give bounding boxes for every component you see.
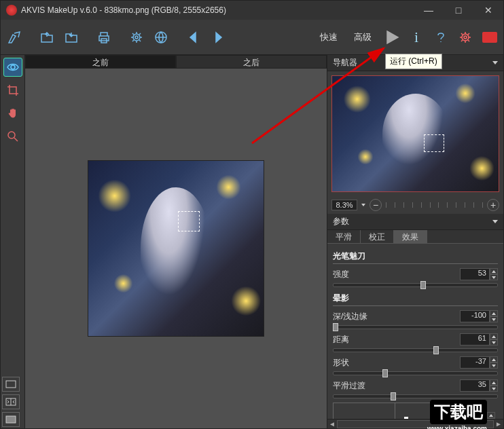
minimize-button[interactable]: — bbox=[414, 1, 444, 20]
undo-button[interactable] bbox=[183, 26, 204, 48]
mode-advanced[interactable]: 高级 bbox=[347, 26, 378, 48]
selection-marquee[interactable] bbox=[178, 211, 200, 231]
tab-correct[interactable]: 校正 bbox=[361, 230, 394, 243]
app-logo-icon bbox=[6, 5, 17, 16]
params-header[interactable]: 参数 bbox=[327, 214, 503, 230]
slider-darkedges[interactable] bbox=[333, 325, 498, 329]
spinner[interactable] bbox=[490, 268, 498, 280]
tab-effect[interactable]: 效果 bbox=[394, 230, 427, 243]
view-mode-buttons bbox=[2, 377, 20, 427]
spinner[interactable] bbox=[487, 412, 495, 419]
tab-smooth[interactable]: 平滑 bbox=[327, 230, 361, 243]
zoom-slider[interactable] bbox=[386, 201, 483, 209]
param-label: 深/浅边缘 bbox=[333, 311, 367, 322]
tab-after[interactable]: 之后 bbox=[176, 55, 327, 69]
share-button[interactable] bbox=[150, 26, 172, 48]
canvas[interactable] bbox=[25, 69, 327, 428]
zoom-tool[interactable] bbox=[3, 127, 22, 146]
svg-rect-7 bbox=[6, 381, 16, 388]
info-button[interactable]: i bbox=[406, 26, 427, 48]
slider-smoothtrans[interactable] bbox=[333, 394, 498, 398]
param-value[interactable]: -37 bbox=[460, 356, 490, 369]
view-single-button[interactable] bbox=[2, 377, 20, 392]
chat-icon bbox=[482, 32, 497, 43]
navigator-panel bbox=[327, 71, 503, 196]
param-intensity: 强度 53 bbox=[333, 268, 498, 287]
print-button[interactable] bbox=[93, 26, 115, 48]
slider-shape[interactable] bbox=[333, 371, 498, 375]
open-file-button[interactable] bbox=[36, 26, 58, 48]
scroll-left-icon[interactable]: ◄ bbox=[327, 419, 337, 429]
settings-button[interactable] bbox=[454, 26, 476, 48]
watermark-text: 下载吧 bbox=[430, 400, 487, 424]
svg-point-4 bbox=[464, 36, 467, 39]
eye-tool[interactable] bbox=[3, 58, 22, 77]
crop-tool[interactable] bbox=[3, 81, 22, 100]
right-panel: 导航器 8.3% − + 参数 bbox=[327, 55, 503, 428]
zoom-dropdown-icon[interactable] bbox=[361, 204, 365, 206]
redo-button[interactable] bbox=[207, 26, 229, 48]
params-title: 参数 bbox=[333, 216, 349, 227]
svg-point-5 bbox=[11, 65, 15, 69]
hand-tool[interactable] bbox=[3, 104, 22, 123]
svg-point-0 bbox=[133, 34, 140, 41]
param-label: 平滑过渡 bbox=[333, 380, 365, 392]
slider-distance[interactable] bbox=[333, 348, 498, 352]
navigator-title: 导航器 bbox=[333, 57, 357, 69]
left-tool-strip bbox=[1, 55, 25, 428]
svg-rect-9 bbox=[6, 416, 16, 423]
param-value[interactable]: 53 bbox=[460, 268, 490, 280]
svg-point-1 bbox=[135, 36, 138, 39]
param-shape: 形状 -37 bbox=[333, 356, 498, 375]
navigator-preview[interactable] bbox=[331, 75, 499, 192]
scroll-right-icon[interactable]: ► bbox=[494, 419, 503, 429]
zoom-value[interactable]: 8.3% bbox=[331, 200, 357, 210]
param-label: 形状 bbox=[333, 357, 349, 369]
close-button[interactable]: ✕ bbox=[473, 1, 503, 20]
spinner[interactable] bbox=[490, 379, 498, 392]
param-label: 距离 bbox=[333, 334, 349, 346]
param-darkedges: 深/浅边缘 -100 bbox=[333, 310, 498, 329]
titlebar: AKVIS MakeUp v.6.0 - 838kmo.png (RGB/8, … bbox=[1, 1, 503, 20]
canvas-area: 之前 之后 bbox=[25, 55, 327, 428]
zoom-controls: 8.3% − + bbox=[327, 196, 503, 214]
tab-before[interactable]: 之前 bbox=[25, 55, 176, 69]
param-value[interactable]: 61 bbox=[460, 333, 490, 346]
canvas-tabs: 之前 之后 bbox=[25, 55, 327, 69]
maximize-button[interactable]: □ bbox=[444, 1, 473, 20]
help-button[interactable] bbox=[430, 26, 452, 48]
zoom-out-button[interactable]: − bbox=[370, 199, 382, 211]
params-tabs: 平滑 校正 效果 bbox=[327, 230, 503, 244]
view-compare-button[interactable] bbox=[2, 412, 20, 427]
collapse-icon bbox=[492, 61, 498, 64]
navigator-viewport-rect[interactable] bbox=[424, 134, 444, 152]
run-tooltip: 运行 (Ctrl+R) bbox=[385, 54, 442, 69]
param-smoothtrans: 平滑过渡 35 bbox=[333, 379, 498, 398]
view-split-button[interactable] bbox=[2, 394, 20, 409]
svg-point-6 bbox=[8, 132, 15, 138]
window-title: AKVIS MakeUp v.6.0 - 838kmo.png (RGB/8, … bbox=[21, 5, 414, 15]
slider-intensity[interactable] bbox=[333, 283, 498, 287]
main-toolbar: 快速 高级 i bbox=[1, 20, 503, 55]
param-label: 强度 bbox=[333, 269, 349, 280]
run-button[interactable] bbox=[381, 26, 403, 48]
spinner[interactable] bbox=[490, 333, 498, 346]
param-value[interactable]: 35 bbox=[460, 379, 490, 392]
feedback-button[interactable] bbox=[479, 26, 501, 48]
spinner[interactable] bbox=[490, 356, 498, 369]
collapse-icon bbox=[492, 220, 498, 223]
section-glamour: 光笔魅刀 bbox=[333, 249, 498, 264]
params-body: 光笔魅刀 强度 53 晕影 深/浅边缘 bbox=[327, 244, 503, 419]
save-file-button[interactable] bbox=[60, 26, 82, 48]
app-window: AKVIS MakeUp v.6.0 - 838kmo.png (RGB/8, … bbox=[0, 0, 504, 429]
param-value[interactable]: -100 bbox=[460, 310, 490, 322]
batch-process-button[interactable] bbox=[126, 26, 147, 48]
mode-quick[interactable]: 快速 bbox=[313, 26, 344, 48]
param-distance: 距离 61 bbox=[333, 333, 498, 352]
section-vignette: 晕影 bbox=[333, 291, 498, 306]
brushes-icon[interactable] bbox=[3, 26, 25, 48]
watermark-url: www.xiazaiba.com bbox=[427, 425, 487, 429]
body: 之前 之后 导航器 8.3% bbox=[1, 55, 503, 428]
zoom-in-button[interactable]: + bbox=[487, 199, 499, 211]
spinner[interactable] bbox=[490, 310, 498, 322]
